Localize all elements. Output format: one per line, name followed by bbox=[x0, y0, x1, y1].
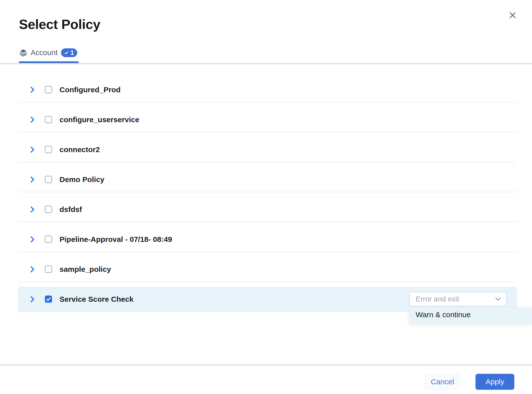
policy-row[interactable]: Demo Policy bbox=[18, 167, 517, 192]
policy-name: Configured_Prod bbox=[60, 86, 121, 94]
layers-icon bbox=[19, 49, 27, 57]
apply-button[interactable]: Apply bbox=[475, 374, 514, 390]
page-title: Select Policy bbox=[19, 16, 100, 32]
chevron-right-icon[interactable] bbox=[29, 146, 35, 153]
chevron-right-icon[interactable] bbox=[29, 176, 35, 183]
tab-account[interactable]: Account 1 bbox=[19, 47, 77, 58]
policy-action-select[interactable]: Error and exit bbox=[409, 292, 507, 306]
dropdown-option-warn-continue[interactable]: Warn & continue bbox=[409, 307, 532, 322]
policy-checkbox[interactable] bbox=[45, 296, 52, 303]
policy-row[interactable]: dsfdsf bbox=[18, 197, 517, 222]
chevron-right-icon[interactable] bbox=[29, 206, 35, 213]
check-icon bbox=[64, 51, 68, 55]
policy-name: connector2 bbox=[60, 145, 100, 154]
policy-name: dsfdsf bbox=[60, 205, 82, 214]
close-button[interactable] bbox=[507, 9, 519, 21]
policy-checkbox[interactable] bbox=[45, 206, 52, 213]
policy-action-select-value: Error and exit bbox=[416, 295, 459, 303]
policy-checkbox[interactable] bbox=[45, 176, 52, 183]
policy-checkbox[interactable] bbox=[45, 266, 52, 273]
action-dropdown-menu: Warn & continue bbox=[409, 307, 532, 322]
policy-checkbox[interactable] bbox=[45, 86, 52, 93]
policy-name: Pipeline-Approval - 07/18- 08:49 bbox=[60, 235, 172, 244]
close-icon bbox=[508, 11, 517, 20]
header-divider bbox=[0, 63, 532, 64]
policy-row[interactable]: sample_policy bbox=[18, 257, 517, 282]
policy-row[interactable]: Configured_Prod bbox=[18, 77, 517, 102]
policy-name: sample_policy bbox=[60, 265, 111, 274]
policy-checkbox[interactable] bbox=[45, 236, 52, 243]
chevron-right-icon[interactable] bbox=[29, 296, 35, 303]
policy-row[interactable]: configure_userservice bbox=[18, 107, 517, 132]
tab-account-label: Account bbox=[31, 48, 58, 57]
policy-row[interactable]: Pipeline-Approval - 07/18- 08:49 bbox=[18, 227, 517, 252]
policy-name: configure_userservice bbox=[60, 115, 139, 124]
footer-actions: Cancel Apply bbox=[425, 374, 514, 390]
selected-count-badge: 1 bbox=[61, 48, 77, 57]
chevron-right-icon[interactable] bbox=[29, 86, 35, 93]
footer-divider bbox=[0, 364, 532, 366]
cancel-button[interactable]: Cancel bbox=[425, 374, 460, 390]
policy-list: Configured_Prod configure_userservice bbox=[18, 77, 517, 326]
policy-name: Demo Policy bbox=[60, 175, 104, 184]
active-tab-indicator bbox=[19, 61, 79, 63]
chevron-right-icon[interactable] bbox=[29, 116, 35, 123]
policy-name: Service Score Check bbox=[60, 295, 133, 303]
badge-count: 1 bbox=[70, 49, 74, 56]
policy-row[interactable]: connector2 bbox=[18, 137, 517, 162]
chevron-right-icon[interactable] bbox=[29, 236, 35, 243]
policy-checkbox[interactable] bbox=[45, 146, 52, 153]
chevron-right-icon[interactable] bbox=[29, 266, 35, 273]
chevron-down-icon bbox=[495, 297, 501, 301]
policy-checkbox[interactable] bbox=[45, 116, 52, 123]
